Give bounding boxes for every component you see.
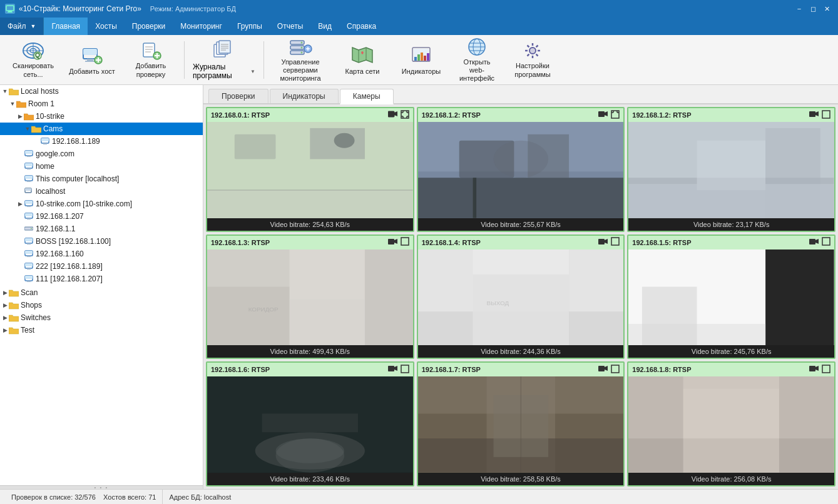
camera-header-1: 192.168.0.1: RTSP (207, 108, 413, 122)
menu-view[interactable]: Вид (310, 18, 339, 35)
svg-rect-173 (276, 438, 345, 473)
tree-item-local-hosts[interactable]: ▼ Local hosts (0, 85, 203, 98)
svg-point-115 (334, 133, 355, 148)
camera-expand-icon-8[interactable] (611, 365, 620, 375)
camera-video-icon-2[interactable] (598, 111, 608, 119)
tree-item-switches[interactable]: ▶ Switches (0, 311, 203, 324)
expand-icon-ip207 (16, 213, 24, 220)
camera-expand-icon-4[interactable] (401, 237, 409, 248)
tree-label-111: 111 [192.168.1.207] (36, 275, 103, 283)
camera-title-5: 192.168.1.4: RTSP (422, 239, 481, 246)
camera-video-icon-9[interactable] (809, 365, 819, 374)
camera-expand-icon-6[interactable] (822, 237, 830, 248)
tree-item-this-computer[interactable]: This computer [localhost] (0, 173, 203, 185)
svg-point-37 (301, 51, 303, 53)
tree-label-boss: BOSS [192.168.1.100] (36, 237, 111, 246)
tree-item-222[interactable]: 222 [192.168.1.189] (0, 260, 203, 273)
resize-dots-icon: • • • (95, 485, 109, 489)
tab-cameras[interactable]: Камеры (340, 89, 394, 104)
tree-item-111[interactable]: 111 [192.168.1.207] (0, 273, 203, 285)
camera-video-icon-5[interactable] (598, 238, 608, 247)
tree-item-boss[interactable]: BOSS [192.168.1.100] (0, 235, 203, 248)
svg-rect-166 (388, 366, 394, 371)
tree-label-shops: Shops (21, 301, 42, 310)
camera-expand-icon-3[interactable] (822, 110, 830, 121)
expand-icon-cams: ▼ (24, 125, 31, 133)
journals-dropdown-icon: ▼ (250, 69, 255, 74)
camera-expand-icon-5[interactable] (611, 237, 620, 248)
svg-rect-77 (27, 181, 31, 182)
settings-button[interactable]: Настройки программы (504, 38, 561, 82)
svg-rect-102 (401, 111, 409, 118)
camera-video-icon-7[interactable] (388, 365, 398, 374)
app-title: «10-Страйк: Мониторинг Сети Pro» (19, 4, 141, 13)
svg-rect-146 (365, 249, 413, 346)
tree-item-shops[interactable]: ▶ Shops (0, 299, 203, 311)
sidebar-resize-handle[interactable]: • • • (0, 485, 203, 489)
camera-header-2: 192.168.1.2: RTSP (418, 108, 624, 122)
tree-item-scan[interactable]: ▶ Scan (0, 286, 203, 299)
tree-item-localhost[interactable]: localhost (0, 185, 203, 198)
camera-cell-2: 192.168.1.2: RTSP (417, 107, 625, 232)
tree-item-room1[interactable]: ▼ Room 1 (0, 98, 203, 110)
camera-expand-icon-2[interactable] (611, 110, 620, 121)
tree-item-google[interactable]: google.com (0, 148, 203, 160)
svg-rect-1 (8, 11, 12, 12)
journals-icon (212, 39, 236, 61)
tree-item-test[interactable]: ▶ Test (0, 324, 203, 336)
tab-indicators[interactable]: Индикаторы (270, 89, 339, 103)
host-icon-home (24, 161, 34, 171)
status-db: Адрес БД: localhost (163, 490, 237, 504)
svg-rect-49 (424, 56, 426, 61)
minimize-button[interactable]: − (793, 3, 805, 14)
journals-button[interactable]: Журналы программы ▼ (190, 38, 258, 82)
camera-footer-7: Video bitrate: 233,46 KB/s (207, 473, 413, 485)
menu-help[interactable]: Справка (339, 18, 384, 35)
status-checks: Проверок в списке: 32/576 Хостов всего: … (5, 490, 163, 504)
camera-header-icons-3 (809, 110, 830, 121)
tree-item-ip1-1[interactable]: 192.168.1.1 (0, 223, 203, 235)
tree-item-10strike[interactable]: ▶ 10-strike (0, 110, 203, 123)
camera-video-icon-6[interactable] (809, 238, 819, 247)
map-button[interactable]: Карта сети (334, 38, 391, 82)
menu-reports-label: Отчеты (277, 22, 303, 31)
scan-network-button[interactable]: Сканировать сеть... (5, 38, 61, 82)
svg-point-87 (31, 228, 32, 229)
tree-item-home[interactable]: home (0, 160, 203, 173)
svg-rect-174 (262, 414, 358, 433)
close-button[interactable]: ✕ (820, 3, 833, 14)
tree-item-cams[interactable]: ▼ Cams (0, 123, 203, 135)
camera-expand-icon-1[interactable] (401, 110, 409, 121)
camera-video-icon-3[interactable] (809, 111, 819, 119)
menu-main[interactable]: Главная (44, 18, 88, 35)
camera-header-4: 192.168.1.3: RTSP (207, 236, 413, 249)
menu-groups[interactable]: Группы (230, 18, 270, 35)
tree-item-10strike-com[interactable]: ▶ 10-strike.com [10-strike.com] (0, 198, 203, 210)
svg-marker-167 (394, 366, 397, 371)
tree-item-ip189[interactable]: 192.168.1.189 (0, 135, 203, 148)
indicators-button[interactable]: Индикаторы (393, 38, 449, 82)
menu-bar: Файл ▼ Главная Хосты Проверки Мониторинг… (0, 18, 838, 35)
menu-checks[interactable]: Проверки (125, 18, 173, 35)
camera-video-4: КОРИДОР (207, 249, 413, 346)
add-host-button[interactable]: Добавить хост (64, 38, 120, 82)
camera-video-icon-1[interactable] (388, 111, 398, 119)
tree-item-ip160[interactable]: 192.168.1.160 (0, 248, 203, 260)
menu-hosts[interactable]: Хосты (88, 18, 125, 35)
menu-reports[interactable]: Отчеты (270, 18, 310, 35)
tree-label-ip207: 192.168.1.207 (36, 212, 84, 221)
tree-item-ip207[interactable]: 192.168.1.207 (0, 210, 203, 223)
camera-video-icon-4[interactable] (388, 238, 398, 247)
menu-file[interactable]: Файл ▼ (0, 18, 44, 35)
camera-video-icon-8[interactable] (598, 365, 608, 374)
server-mgmt-button[interactable]: Управление серверами мониторинга (269, 38, 332, 82)
tab-checks[interactable]: Проверки (208, 89, 268, 103)
menu-monitoring[interactable]: Мониторинг (173, 18, 230, 35)
camera-footer-6: Video bitrate: 245,76 KB/s (628, 345, 834, 358)
web-interface-button[interactable]: Открыть web-интерфейс (452, 38, 502, 82)
add-check-button[interactable]: Добавить проверку (123, 38, 179, 82)
camera-cell-4: 192.168.1.3: RTSP (206, 234, 414, 360)
restore-button[interactable]: ◻ (807, 3, 819, 14)
camera-expand-icon-9[interactable] (822, 365, 830, 375)
camera-expand-icon-7[interactable] (401, 365, 409, 375)
